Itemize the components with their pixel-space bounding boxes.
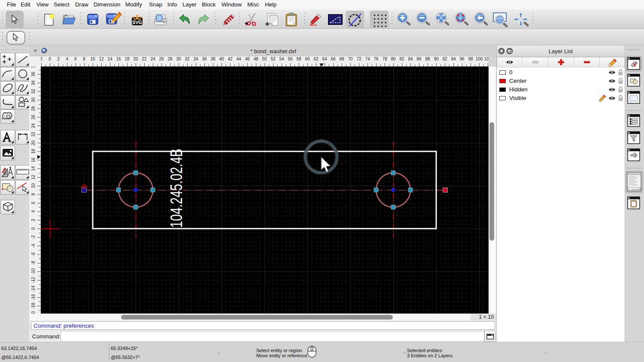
- svg-text:c- command: c- command: [629, 188, 641, 190]
- svg-text:SVG: SVG: [132, 20, 142, 25]
- svg-text:104.245.02.4B: 104.245.02.4B: [167, 149, 185, 228]
